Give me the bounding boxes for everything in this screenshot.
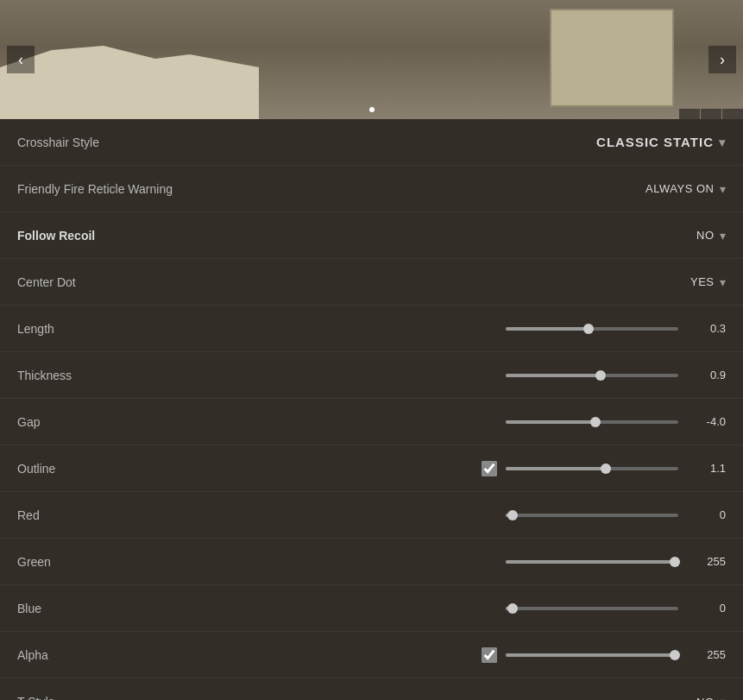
chevron-down-icon: ▾ [720, 182, 727, 196]
chevron-down-icon: ▾ [720, 275, 727, 289]
slider-track-outline [506, 467, 678, 470]
setting-row-length: Length0.3 [0, 306, 743, 352]
slider-number-thickness: 0.9 [687, 369, 726, 382]
setting-value-area-red: 0 [190, 508, 726, 521]
setting-row-t-style: T StyleNO▾ [0, 678, 743, 700]
dropdown-value-follow-recoil: NO [696, 229, 715, 242]
slider-track-alpha [506, 653, 678, 657]
slider-track-red [506, 514, 678, 517]
setting-row-friendly-fire: Friendly Fire Reticle WarningALWAYS ON▾ [0, 166, 743, 212]
slider-area-blue: 0 [506, 602, 726, 615]
slider-area-thickness: 0.9 [506, 369, 726, 382]
dropdown-value-center-dot: YES [690, 275, 715, 288]
share-import-button[interactable] [679, 109, 700, 119]
setting-value-area-thickness: 0.9 [190, 369, 726, 382]
slider-track-blue [506, 607, 678, 610]
slider-area-length: 0.3 [506, 322, 726, 335]
setting-value-area-green: 255 [190, 555, 726, 568]
slider-number-outline: 1.1 [687, 462, 726, 475]
setting-row-red: Red0 [0, 492, 743, 539]
slider-area-alpha: 255 [482, 647, 726, 663]
slider-area-green: 255 [506, 555, 726, 568]
setting-row-follow-recoil: Follow RecoilNO▾ [0, 212, 743, 259]
settings-list: Crosshair StyleCLASSIC STATIC▾Friendly F… [0, 119, 743, 700]
setting-row-gap: Gap-4.0 [0, 399, 743, 445]
chevron-down-icon: ▾ [719, 136, 726, 149]
slider-number-length: 0.3 [687, 322, 726, 335]
setting-label-alpha: Alpha [17, 648, 190, 662]
reset-button[interactable] [722, 109, 743, 119]
slider-track-green [506, 560, 678, 564]
setting-label-length: Length [17, 322, 190, 336]
setting-row-blue: Blue0 [0, 585, 743, 632]
setting-label-crosshair-style: Crosshair Style [17, 136, 190, 149]
dropdown-value-t-style: NO [696, 696, 715, 701]
setting-row-outline: Outline1.1 [0, 445, 743, 492]
slider-area-red: 0 [506, 508, 726, 521]
undo-changes-button[interactable] [701, 109, 721, 119]
setting-value-area-outline: 1.1 [190, 461, 726, 476]
setting-label-outline: Outline [17, 462, 190, 476]
setting-value-area-crosshair-style: CLASSIC STATIC▾ [190, 135, 726, 149]
slider-number-red: 0 [687, 508, 726, 521]
setting-label-t-style: T Style [17, 695, 190, 700]
carousel-dot [369, 107, 375, 112]
setting-label-gap: Gap [17, 415, 190, 429]
slider-number-alpha: 255 [687, 648, 726, 661]
setting-value-area-length: 0.3 [190, 322, 726, 335]
slider-track-thickness [506, 374, 678, 377]
setting-row-thickness: Thickness0.9 [0, 352, 743, 399]
setting-label-blue: Blue [17, 602, 190, 615]
setting-value-area-follow-recoil: NO▾ [190, 229, 726, 243]
dropdown-value-crosshair-style: CLASSIC STATIC [596, 135, 714, 149]
preview-action-buttons [679, 109, 743, 119]
setting-row-center-dot: Center DotYES▾ [0, 259, 743, 306]
slider-area-gap: -4.0 [506, 415, 726, 428]
setting-label-thickness: Thickness [17, 369, 190, 382]
next-crosshair-button[interactable]: › [708, 46, 736, 73]
checkbox-alpha[interactable] [482, 647, 497, 663]
setting-value-area-blue: 0 [190, 602, 726, 615]
setting-value-area-t-style: NO▾ [190, 695, 726, 700]
chevron-down-icon: ▾ [720, 229, 727, 243]
checkbox-outline[interactable] [482, 461, 497, 476]
chevron-down-icon: ▾ [720, 695, 727, 700]
dropdown-value-friendly-fire: ALWAYS ON [645, 182, 714, 195]
dropdown-follow-recoil[interactable]: NO▾ [696, 229, 726, 243]
setting-label-friendly-fire: Friendly Fire Reticle Warning [17, 182, 190, 196]
setting-label-center-dot: Center Dot [17, 275, 190, 289]
dropdown-t-style[interactable]: NO▾ [696, 695, 726, 700]
slider-number-gap: -4.0 [687, 415, 726, 428]
slider-number-blue: 0 [687, 602, 726, 615]
slider-track-length [506, 327, 678, 331]
setting-row-green: Green255 [0, 539, 743, 585]
dropdown-friendly-fire[interactable]: ALWAYS ON▾ [645, 182, 726, 196]
dropdown-center-dot[interactable]: YES▾ [690, 275, 726, 289]
slider-area-outline: 1.1 [482, 461, 726, 476]
setting-label-red: Red [17, 508, 190, 522]
dropdown-crosshair-style[interactable]: CLASSIC STATIC▾ [596, 135, 726, 149]
setting-value-area-center-dot: YES▾ [190, 275, 726, 289]
setting-label-green: Green [17, 555, 190, 569]
setting-row-crosshair-style: Crosshair StyleCLASSIC STATIC▾ [0, 119, 743, 166]
preview-background [0, 0, 743, 119]
setting-label-follow-recoil: Follow Recoil [17, 229, 190, 243]
crosshair-preview: ‹ › [0, 0, 743, 119]
slider-number-green: 255 [687, 555, 726, 568]
setting-value-area-gap: -4.0 [190, 415, 726, 428]
prev-crosshair-button[interactable]: ‹ [7, 46, 35, 73]
setting-value-area-alpha: 255 [190, 647, 726, 663]
setting-row-alpha: Alpha255 [0, 632, 743, 678]
slider-track-gap [506, 420, 678, 424]
setting-value-area-friendly-fire: ALWAYS ON▾ [190, 182, 726, 196]
